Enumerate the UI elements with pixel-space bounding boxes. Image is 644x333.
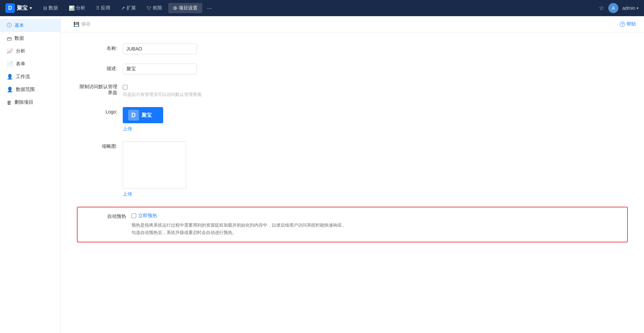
top-navigation: D 聚宝 ▾ ⊟ 数据 📊 分析 ⠿ 应用 ↗ 扩展 🛡 权限 ⚙ 项目设置 ·… (0, 0, 644, 16)
nav-item-settings[interactable]: ⚙ 项目设置 (168, 3, 202, 13)
warmup-desc-line1: 预热是指将系统运行过程中需要用到的资源提前加载并初始化到内存中，以便后续用户访问… (131, 222, 619, 229)
nav-item-extend[interactable]: ↗ 扩展 (116, 3, 141, 13)
sidebar-item-delete-label: 删除项目 (14, 99, 33, 105)
nav-item-permissions-label: 权限 (153, 5, 162, 11)
sidebar-item-form-label: 表单 (16, 61, 25, 67)
nav-item-analysis-label: 分析 (76, 5, 85, 11)
nav-items: ⊟ 数据 📊 分析 ⠿ 应用 ↗ 扩展 🛡 权限 ⚙ 项目设置 ··· (38, 3, 599, 14)
data-sidebar-icon: 🗃 (7, 36, 12, 41)
logo-area[interactable]: D 聚宝 ▾ (5, 3, 32, 13)
warmup-content: 立即预热 预热是指将系统运行过程中需要用到的资源提前加载并初始化到内存中，以便后… (131, 213, 619, 236)
name-label: 名称: (77, 43, 117, 52)
thumbnail-upload-link[interactable]: 上传 (123, 191, 291, 197)
sidebar-item-data[interactable]: 🗃 数据 (0, 32, 60, 45)
logo-text: 聚宝 (17, 5, 28, 12)
sidebar-item-workflow-label: 工作流 (16, 74, 30, 80)
nav-item-apps-label: 应用 (101, 5, 110, 11)
nav-item-data-label: 数据 (49, 5, 58, 11)
toolbar: 💾 保存 ? 帮助 (61, 16, 644, 33)
warmup-section-label: 自动预热 (86, 213, 126, 220)
extend-nav-icon: ↗ (121, 5, 125, 11)
restrict-hint: 勾选后只有管理员可以访问默认管理界面 (123, 92, 291, 98)
logo-d-letter: D (5, 3, 15, 13)
username-dropdown-icon: ▾ (637, 6, 639, 10)
logo-dropdown-icon: ▾ (30, 6, 32, 10)
nav-right: ☆ A admin ▾ (599, 3, 639, 13)
nav-item-data[interactable]: ⊟ 数据 (38, 3, 63, 13)
toolbar-left: 💾 保存 (69, 20, 95, 29)
desc-control (123, 64, 291, 74)
main-layout: ⓘ 基本 🗃 数据 📈 分析 📄 表单 👤 工作流 👤 数据范围 🗑 删除项目 (0, 16, 644, 333)
form-sidebar-icon: 📄 (7, 61, 13, 67)
data-nav-icon: ⊟ (43, 5, 47, 11)
delete-sidebar-icon: 🗑 (7, 100, 12, 105)
nav-item-extend-label: 扩展 (126, 5, 136, 11)
username-dropdown[interactable]: admin ▾ (622, 5, 639, 11)
restrict-row: 限制访问默认管理界面 勾选后只有管理员可以访问默认管理界面 (77, 84, 628, 98)
restrict-label: 限制访问默认管理界面 (77, 84, 117, 96)
logo-preview-text: 聚宝 (142, 112, 152, 119)
analysis-nav-icon: 📊 (69, 5, 75, 11)
sidebar-item-data-range-label: 数据范围 (16, 87, 35, 93)
name-row: 名称: (77, 43, 628, 54)
restrict-checkbox[interactable] (123, 85, 127, 90)
desc-label: 描述: (77, 64, 117, 72)
sidebar-item-data-label: 数据 (14, 35, 24, 41)
thumbnail-label: 缩略图: (77, 141, 117, 149)
save-icon: 💾 (74, 22, 79, 27)
warmup-top: 立即预热 (131, 213, 619, 219)
sidebar-item-delete[interactable]: 🗑 删除项目 (0, 96, 60, 109)
sidebar-item-basic-label: 基本 (14, 23, 24, 29)
name-control (123, 43, 291, 54)
logo-preview: D 聚宝 (123, 107, 163, 123)
help-circle-icon: ? (620, 22, 625, 27)
sidebar: ⓘ 基本 🗃 数据 📈 分析 📄 表单 👤 工作流 👤 数据范围 🗑 删除项目 (0, 16, 61, 333)
sidebar-item-basic[interactable]: ⓘ 基本 (0, 19, 60, 32)
sidebar-item-analysis-label: 分析 (16, 48, 25, 54)
help-button[interactable]: ? 帮助 (620, 21, 636, 27)
settings-nav-icon: ⚙ (173, 5, 177, 11)
logo-row: Logo: D 聚宝 上传 (77, 107, 628, 132)
sidebar-item-analysis[interactable]: 📈 分析 (0, 45, 60, 58)
sidebar-item-form[interactable]: 📄 表单 (0, 58, 60, 70)
save-label: 保存 (81, 21, 91, 27)
logo-upload-link[interactable]: 上传 (123, 126, 291, 132)
nav-item-analysis[interactable]: 📊 分析 (64, 3, 90, 13)
avatar: A (608, 3, 618, 13)
restrict-checkbox-row (123, 84, 291, 90)
thumbnail-box (123, 141, 186, 189)
nav-item-permissions[interactable]: 🛡 权限 (142, 3, 167, 13)
main-content: 💾 保存 ? 帮助 名称: 描述: (61, 16, 644, 333)
desc-row: 描述: (77, 64, 628, 74)
warmup-section: 自动预热 立即预热 预热是指将系统运行过程中需要用到的资源提前加载并初始化到内存… (77, 207, 628, 242)
logo-preview-d: D (128, 110, 139, 121)
analysis-sidebar-icon: 📈 (7, 48, 13, 54)
data-range-sidebar-icon: 👤 (7, 87, 13, 93)
help-label: 帮助 (626, 21, 636, 27)
logo-label: Logo: (77, 107, 117, 114)
nav-more-button[interactable]: ··· (204, 3, 215, 14)
thumbnail-row: 缩略图: 上传 (77, 141, 628, 197)
workflow-sidebar-icon: 👤 (7, 74, 13, 80)
nav-item-settings-label: 项目设置 (179, 5, 198, 11)
apps-nav-icon: ⠿ (96, 5, 99, 11)
warmup-desc-line2: 勾选自动预热后，系统升级或重启时会自动进行预热。 (131, 229, 619, 236)
nav-item-apps[interactable]: ⠿ 应用 (91, 3, 115, 13)
name-input[interactable] (123, 43, 197, 54)
save-button[interactable]: 💾 保存 (69, 20, 95, 29)
logo-control: D 聚宝 上传 (123, 107, 291, 132)
desc-input[interactable] (123, 64, 197, 74)
thumbnail-control: 上传 (123, 141, 291, 197)
form-area: 名称: 描述: 限制访问默认管理界面 勾选后只有管理员可 (61, 33, 644, 333)
warmup-checkbox[interactable] (131, 213, 136, 218)
username-text: admin (622, 5, 635, 11)
sidebar-item-workflow[interactable]: 👤 工作流 (0, 70, 60, 83)
warmup-immediate-link[interactable]: 立即预热 (138, 213, 157, 219)
sidebar-item-data-range[interactable]: 👤 数据范围 (0, 83, 60, 96)
permissions-nav-icon: 🛡 (147, 5, 151, 11)
basic-icon: ⓘ (7, 22, 12, 29)
favorite-star-icon[interactable]: ☆ (599, 4, 604, 12)
warmup-desc: 预热是指将系统运行过程中需要用到的资源提前加载并初始化到内存中，以便后续用户访问… (131, 222, 619, 236)
restrict-control: 勾选后只有管理员可以访问默认管理界面 (123, 84, 291, 98)
